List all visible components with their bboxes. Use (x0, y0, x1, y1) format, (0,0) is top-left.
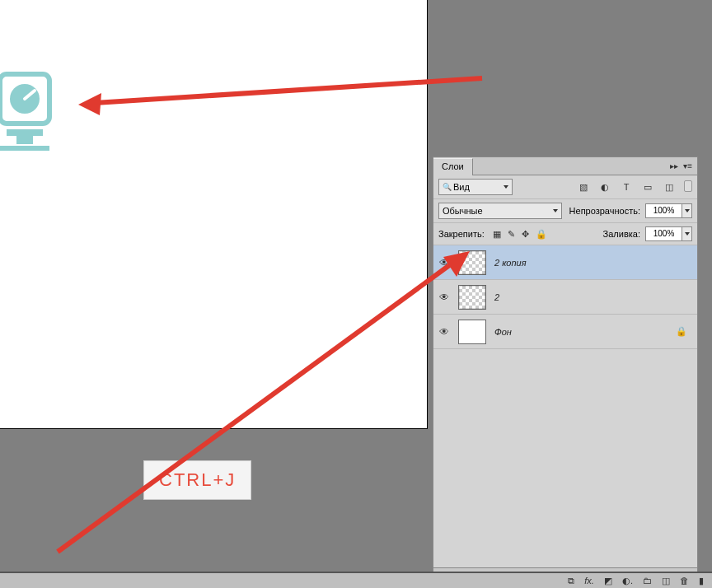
link-layers-icon[interactable]: ⧉ (568, 576, 574, 586)
opacity-dropdown-arrow[interactable] (682, 203, 692, 218)
app-status-bar: ⧉ fx. ◩ ◐. 🗀 ◫ 🗑 ▮ (0, 572, 712, 588)
lock-all-icon[interactable]: 🔒 (536, 229, 547, 240)
annotation-label: CTRL+J (143, 460, 251, 500)
filter-image-icon[interactable]: ▧ (577, 180, 590, 194)
blend-opacity-row: Обычные Непрозрачность: 100% (433, 199, 697, 223)
panel-menu-icon[interactable]: ▾≡ (683, 161, 692, 170)
fill-input[interactable]: 100% (645, 226, 682, 241)
layers-panel: Слои ▸▸ ▾≡ Вид ▧ ◐ T ▭ ◫ Обычные Непрозр… (433, 156, 698, 588)
opacity-input[interactable]: 100% (645, 203, 682, 218)
mask-icon[interactable]: ◩ (604, 576, 612, 586)
opacity-label: Непрозрачность: (569, 206, 640, 216)
fill-label: Заливка: (603, 229, 640, 239)
layer-name-label[interactable]: 2 (494, 292, 499, 302)
delete-layer-icon[interactable]: 🗑 (680, 576, 689, 586)
group-icon[interactable]: 🗀 (643, 576, 652, 586)
new-layer-icon[interactable]: ◫ (662, 576, 670, 586)
svg-rect-3 (16, 136, 33, 144)
layer-row[interactable]: 👁 2 (433, 280, 697, 315)
fx-icon[interactable]: fx. (584, 576, 594, 586)
filter-type-dropdown[interactable]: Вид (438, 179, 513, 195)
more-icon[interactable]: ▮ (699, 576, 704, 586)
panel-collapse-icon[interactable]: ▸▸ (670, 161, 678, 170)
filter-row: Вид ▧ ◐ T ▭ ◫ (433, 175, 697, 199)
canvas-graphic-monitor (0, 70, 58, 161)
svg-rect-2 (7, 129, 43, 136)
filter-toggle-icon[interactable] (684, 180, 692, 192)
tab-layers[interactable]: Слои (433, 158, 473, 175)
lock-pixels-icon[interactable]: ✎ (508, 229, 515, 240)
layer-thumbnail[interactable] (458, 285, 486, 310)
layer-thumbnail[interactable] (458, 320, 486, 344)
svg-rect-4 (0, 146, 49, 151)
filter-type-icon[interactable]: T (620, 180, 633, 194)
lock-transparency-icon[interactable]: ▦ (493, 229, 501, 240)
filter-smartobject-icon[interactable]: ◫ (663, 180, 676, 194)
blend-mode-dropdown[interactable]: Обычные (438, 203, 562, 219)
layer-name-label[interactable]: Фон (494, 327, 512, 337)
lock-icon: 🔒 (676, 326, 687, 337)
filter-shape-icon[interactable]: ▭ (641, 180, 654, 194)
layers-list: 👁 2 копия 👁 2 👁 Фон 🔒 (433, 245, 697, 567)
fill-dropdown-arrow[interactable] (682, 226, 692, 241)
lock-position-icon[interactable]: ✥ (522, 229, 529, 240)
canvas[interactable] (0, 0, 428, 429)
visibility-toggle-icon[interactable]: 👁 (438, 292, 450, 303)
visibility-toggle-icon[interactable]: 👁 (438, 326, 450, 338)
adjustment-layer-icon[interactable]: ◐. (622, 576, 633, 586)
visibility-toggle-icon[interactable]: 👁 (438, 257, 450, 268)
layer-thumbnail[interactable] (458, 250, 486, 275)
lock-label: Закрепить: (438, 229, 485, 239)
panel-tab-bar: Слои ▸▸ ▾≡ (433, 157, 697, 175)
lock-fill-row: Закрепить: ▦ ✎ ✥ 🔒 Заливка: 100% (433, 223, 697, 245)
layer-name-label[interactable]: 2 копия (494, 258, 527, 268)
filter-adjustment-icon[interactable]: ◐ (598, 180, 611, 194)
layer-row[interactable]: 👁 2 копия (433, 245, 697, 280)
layer-row[interactable]: 👁 Фон 🔒 (433, 315, 697, 349)
